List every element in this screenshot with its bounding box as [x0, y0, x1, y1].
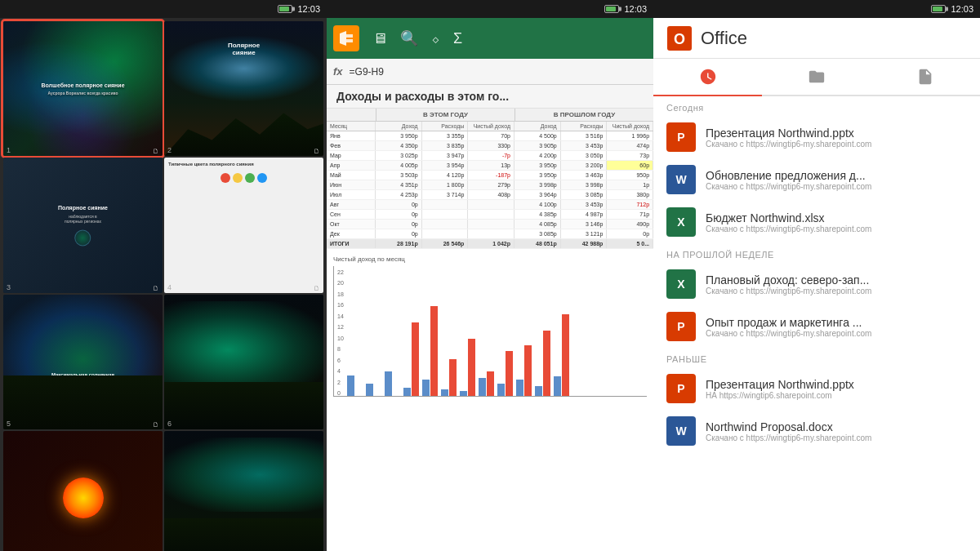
slide-6[interactable]: 6: [164, 295, 323, 429]
col-raskhody1: Расходы: [422, 122, 469, 131]
table-row: Фев4 350р3 835р330р3 905р3 453р474р: [327, 141, 653, 151]
chart-bars: [347, 269, 644, 396]
slide-doc-icon-3: 🗋: [153, 285, 159, 292]
bar-blue: [460, 391, 467, 396]
new-doc-icon: [916, 68, 934, 86]
bar-blue: [347, 375, 354, 396]
bar-group-6: [441, 359, 457, 396]
tab-files[interactable]: [762, 59, 871, 95]
table-row: Янв3 950р3 355р70р4 500р3 516р1 996р: [327, 131, 653, 141]
file-icon-xlsx-2: X: [666, 269, 696, 299]
office-title-text: Office: [701, 28, 747, 49]
col-net1: Чистый доход: [468, 122, 514, 131]
slide-8[interactable]: 8 🗋: [164, 431, 323, 551]
slide-2[interactable]: Полярноесияние 2 🗋: [164, 21, 323, 156]
bar-red: [412, 322, 419, 396]
col-dokhod2: Доход: [514, 122, 561, 131]
recent-icon: [699, 68, 717, 86]
file-item-2[interactable]: W Обновление предложения д... Скачано с …: [653, 158, 980, 201]
col-dokhod1: Доход: [376, 122, 422, 131]
office-logo: O: [666, 25, 693, 51]
bar-blue: [422, 380, 430, 396]
slide-5[interactable]: Максимальная солнечнаяактивность 5 🗋: [3, 295, 163, 429]
file-source-3: Скачано с https://wingtip6-my.sharepoint…: [706, 224, 967, 233]
bar-red: [506, 351, 513, 396]
status-bar-right: 12:03: [653, 0, 980, 18]
toolbar-filter-icon[interactable]: ⬦: [431, 30, 440, 47]
file-item-1[interactable]: P Презентация Northwind.pptx Скачано с h…: [653, 116, 980, 158]
bar-group-10: [516, 345, 532, 396]
time-right: 12:03: [951, 4, 973, 14]
files-icon: [808, 68, 826, 86]
bar-red: [449, 359, 457, 396]
bar-group-11: [535, 331, 550, 396]
fx-label: fx: [333, 65, 343, 78]
file-item-4[interactable]: X Плановый доход: северо-зап... Скачано …: [653, 263, 980, 305]
slide-3[interactable]: Полярное сияние наблюдается в полярных р…: [3, 158, 163, 292]
office-logo-svg: O: [667, 26, 692, 51]
file-source-6: НА https://wingtip6.sharepoint.com: [706, 391, 967, 400]
slide-4[interactable]: Типичные цвета полярного сияния 4 🗋: [164, 158, 323, 292]
file-source-5: Скачано с https://wingtip6-my.sharepoint…: [706, 329, 967, 338]
file-item-5[interactable]: P Опыт продаж и маркетинга ... Скачано с…: [653, 305, 980, 348]
file-item-6[interactable]: P Презентация Northwind.pptx НА https://…: [653, 367, 980, 410]
file-icon-docx-1: W: [666, 165, 696, 194]
bar-group-4: [403, 322, 419, 396]
excel-content: Доходы и расходы в этом го... В ЭТОМ ГОД…: [327, 85, 653, 551]
slide-2-title: Полярноесияние: [228, 42, 260, 56]
color-circle-blue: [257, 173, 267, 183]
time-mid: 12:03: [624, 4, 647, 14]
tab-recent[interactable]: [653, 59, 762, 95]
bar-group-8: [479, 371, 494, 396]
file-info-7: Northwind Proposal.docx Скачано с https:…: [706, 420, 967, 442]
excel-toolbar: 🖥 🔍 ⬦ Σ: [327, 18, 653, 59]
toolbar-search-icon[interactable]: 🔍: [400, 29, 418, 47]
file-info-2: Обновление предложения д... Скачано с ht…: [706, 169, 967, 191]
file-name-7: Northwind Proposal.docx: [706, 420, 967, 433]
slide-doc-icon-5: 🗋: [153, 421, 159, 429]
table-row: Мар3 025р3 947р-7р4 200р3 050р73р: [327, 151, 653, 161]
bar-red: [487, 371, 494, 396]
office-tabs: [653, 59, 980, 96]
color-circle-yellow: [233, 173, 243, 183]
file-info-6: Презентация Northwind.pptx НА https://wi…: [706, 378, 967, 400]
file-name-3: Бюджет Northwind.xlsx: [706, 211, 967, 224]
slide-number-6: 6: [167, 420, 172, 428]
slide-7[interactable]: 7: [3, 431, 163, 551]
file-icon-xlsx-1: X: [666, 207, 696, 237]
slide-1[interactable]: Волшебное полярное сияние Аусрора Бореал…: [3, 21, 163, 156]
file-info-5: Опыт продаж и маркетинга ... Скачано с h…: [706, 316, 967, 338]
section-headers: В ЭТОМ ГОДУ В ПРОШЛОМ ГОДУ: [327, 109, 653, 122]
chart-area: Чистый доход по месяц 222018161412108642…: [327, 249, 653, 403]
status-bars: 12:03 12:03 12:03: [0, 0, 980, 18]
tab-new[interactable]: [871, 59, 980, 95]
sun-graphic: [63, 478, 104, 518]
table-totals-row: ИТОГИ28 191р26 546р1 042р48 051р42 988р5…: [327, 239, 653, 249]
bar-blue: [554, 376, 561, 396]
section-today-header: Сегодня: [653, 96, 980, 116]
bar-group-7: [460, 339, 475, 396]
toolbar-monitor-icon[interactable]: 🖥: [372, 30, 387, 47]
table-row: Апр4 005р3 954р13р3 950р3 200р60р: [327, 161, 653, 171]
file-item-7[interactable]: W Northwind Proposal.docx Скачано с http…: [653, 410, 980, 452]
formula-value: =G9-H9: [350, 66, 384, 78]
slide-number-3: 3: [7, 283, 11, 291]
color-circle-red: [220, 173, 230, 183]
file-name-5: Опыт продаж и маркетинга ...: [706, 316, 967, 329]
file-item-3[interactable]: X Бюджет Northwind.xlsx Скачано с https:…: [653, 201, 980, 243]
slide-4-title: Типичные цвета полярного сияния: [168, 162, 319, 167]
excel-sheet-title: Доходы и расходы в этом го...: [327, 85, 653, 109]
file-info-1: Презентация Northwind.pptx Скачано с htt…: [706, 127, 967, 149]
col-headers-row: Месяц Доход Расходы Чистый доход Доход Р…: [327, 122, 653, 131]
file-source-1: Скачано с https://wingtip6-my.sharepoint…: [706, 140, 967, 149]
slide-1-subtitle: Аусрора Бореалис всегда красиво: [41, 91, 124, 96]
slide-number-2: 2: [167, 146, 172, 154]
slide-doc-icon-4: 🗋: [314, 285, 320, 292]
bar-group-3: [385, 371, 400, 396]
file-source-4: Скачано с https://wingtip6-my.sharepoint…: [706, 287, 967, 295]
toolbar-sigma-icon[interactable]: Σ: [453, 30, 462, 47]
bar-blue: [385, 371, 392, 396]
bar-group-2: [366, 384, 381, 396]
office-icon[interactable]: [333, 25, 359, 51]
main-content: Волшебное полярное сияние Аусрора Бореал…: [0, 18, 980, 551]
